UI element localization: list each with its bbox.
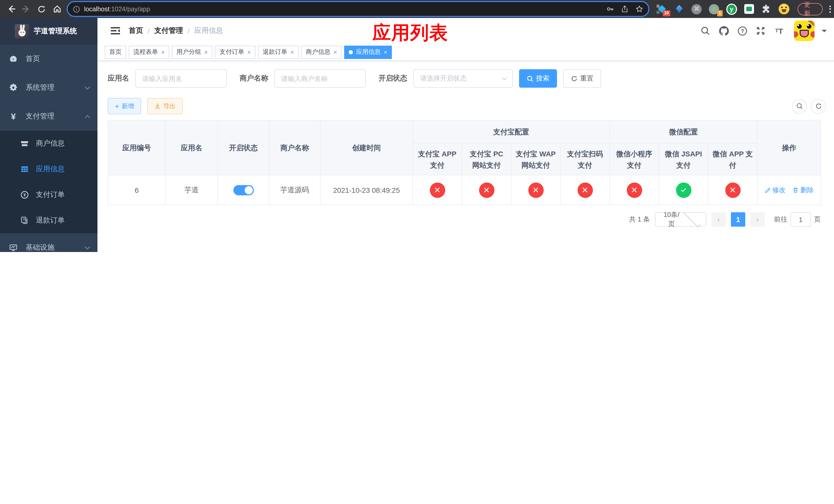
tab-app-info[interactable]: 应用信息×	[344, 45, 392, 59]
extensions-row: 10 ⌘ 1 y	[656, 4, 789, 14]
browser-back-icon[interactable]	[3, 2, 19, 16]
browser-update-button[interactable]: 更新	[797, 3, 823, 15]
page-1-button[interactable]: 1	[731, 212, 745, 227]
col-merchant: 商户名称	[269, 120, 320, 175]
sidebar: 芋道管理系统 首页 系统管理 ¥	[0, 18, 97, 252]
edit-link[interactable]: 修改	[765, 185, 786, 194]
sidebar-logo[interactable]: 芋道管理系统	[0, 18, 97, 45]
refresh-table-button[interactable]	[811, 99, 826, 114]
delete-link[interactable]: 删除	[793, 185, 814, 194]
header-search-icon[interactable]	[699, 24, 712, 38]
tab-merchant-info[interactable]: 商户信息×	[301, 45, 342, 59]
chevron-down-icon	[683, 210, 700, 227]
browser-forward-icon[interactable]	[19, 2, 34, 16]
export-button[interactable]: 导出	[147, 98, 182, 114]
gear-icon	[9, 84, 18, 92]
search-form: 应用名 商户名称 开启状态 请选择开启状态 搜索	[108, 69, 826, 88]
cell-merchant: 芋道源码	[269, 175, 320, 205]
col-app-name: 应用名	[166, 120, 218, 175]
close-icon[interactable]: ×	[333, 49, 337, 55]
document-copy-icon	[21, 216, 29, 225]
help-icon[interactable]: ?	[736, 24, 749, 38]
breadcrumb-home[interactable]: 首页	[129, 26, 143, 36]
sidebar-item-app-info[interactable]: 应用信息	[0, 156, 97, 182]
password-key-icon[interactable]	[606, 5, 614, 13]
table-toolbar: + 新增 导出	[108, 98, 826, 114]
extension-2-icon[interactable]	[674, 4, 684, 14]
close-icon[interactable]: ×	[384, 49, 387, 55]
profile-avatar-icon[interactable]	[778, 4, 789, 14]
sidebar-item-pay-order[interactable]: ¥ 支付订单	[0, 182, 97, 208]
app-name-input[interactable]	[135, 69, 227, 88]
page-content: 应用名 商户名称 开启状态 请选择开启状态 搜索	[97, 61, 834, 252]
share-icon[interactable]	[621, 5, 628, 13]
col-alipay-qr: 支付宝扫码支付	[561, 143, 610, 175]
sidebar-item-infra[interactable]: 基础设施	[0, 233, 97, 252]
extension-5-icon[interactable]: y	[726, 4, 737, 14]
sidebar-item-merchant-info[interactable]: 商户信息	[0, 131, 97, 156]
github-icon[interactable]	[717, 24, 730, 38]
sidebar-item-system[interactable]: 系统管理	[0, 73, 97, 102]
add-button[interactable]: + 新增	[108, 98, 141, 114]
goto-suffix: 页	[814, 215, 821, 224]
font-size-icon[interactable]: TT	[772, 24, 786, 38]
extension-4-icon[interactable]: 1	[708, 4, 719, 14]
extension-1-icon[interactable]: 10	[656, 4, 667, 14]
sidebar-item-pay[interactable]: ¥ 支付管理	[0, 102, 97, 131]
fullscreen-icon[interactable]	[754, 24, 767, 38]
close-icon[interactable]: ×	[161, 49, 164, 55]
status-label: 开启状态	[378, 74, 407, 83]
apps-table: 应用编号 应用名 开启状态 商户名称 创建时间 支付宝配置 微信配置 操作 支付…	[108, 120, 821, 205]
alipay-wap-fail-icon	[528, 182, 544, 198]
extension-3-icon[interactable]: ⌘	[691, 4, 702, 14]
col-actions: 操作	[757, 120, 821, 175]
close-icon[interactable]: ×	[204, 49, 208, 55]
status-select[interactable]: 请选择开启状态	[413, 69, 513, 88]
reset-button[interactable]: 重置	[563, 69, 601, 88]
monitor-chart-icon	[9, 244, 18, 252]
tags-view-bar: 首页 流程表单× 用户分组× 支付订单× 退款订单× 商户信息× 应用信息×	[97, 44, 834, 61]
sidebar-item-refund-order[interactable]: 退款订单	[0, 208, 97, 233]
url-text: localhost:1024/pay/app	[84, 5, 599, 13]
goto-prefix: 前往	[774, 215, 787, 224]
merchant-name-input[interactable]	[275, 69, 366, 88]
sidebar-toggle-icon[interactable]	[110, 26, 120, 36]
browser-refresh-icon[interactable]	[34, 2, 49, 16]
bookmark-star-icon[interactable]	[635, 5, 643, 13]
goto-page-input[interactable]	[790, 212, 811, 227]
dashboard-icon	[9, 55, 18, 63]
browser-home-icon[interactable]	[49, 2, 65, 16]
tab-pay-order[interactable]: 支付订单×	[215, 45, 256, 59]
tab-refund-order[interactable]: 退款订单×	[258, 45, 299, 59]
status-toggle[interactable]	[233, 185, 254, 195]
svg-text:?: ?	[740, 28, 744, 34]
prev-page-button[interactable]: ‹	[711, 212, 726, 227]
toggle-search-button[interactable]	[792, 99, 807, 114]
close-icon[interactable]: ×	[247, 49, 251, 55]
sidebar-item-home[interactable]: 首页	[0, 45, 97, 73]
tab-process-form[interactable]: 流程表单×	[129, 45, 169, 59]
site-info-icon[interactable]	[73, 5, 80, 13]
extensions-puzzle-icon[interactable]	[761, 4, 772, 14]
cell-create-time: 2021-10-23 08:49:25	[320, 175, 413, 205]
tab-home[interactable]: 首页	[105, 45, 126, 59]
col-create-time: 创建时间	[320, 120, 413, 175]
col-wx-app: 微信 APP 支付	[708, 143, 757, 175]
col-alipay-wap: 支付宝 WAP 网站支付	[511, 143, 561, 175]
wx-mini-fail-icon	[627, 182, 642, 198]
user-avatar[interactable]	[794, 21, 814, 41]
page-size-select[interactable]: 10条/页	[655, 212, 706, 227]
breadcrumb-section[interactable]: 支付管理	[154, 26, 183, 36]
search-button[interactable]: 搜索	[519, 69, 557, 88]
col-wx-mini: 微信小程序支付	[610, 143, 659, 175]
next-page-button[interactable]: ›	[750, 212, 765, 227]
tab-user-group[interactable]: 用户分组×	[172, 45, 212, 59]
close-icon[interactable]: ×	[290, 49, 294, 55]
extension-6-icon[interactable]	[744, 4, 754, 14]
download-icon	[154, 103, 160, 109]
browser-menu-icon[interactable]	[826, 3, 834, 15]
merchant-name-label: 商户名称	[240, 74, 268, 83]
address-bar[interactable]: localhost:1024/pay/app	[68, 2, 648, 16]
avatar-caret-icon[interactable]	[822, 29, 827, 35]
active-dot-icon	[349, 50, 353, 54]
